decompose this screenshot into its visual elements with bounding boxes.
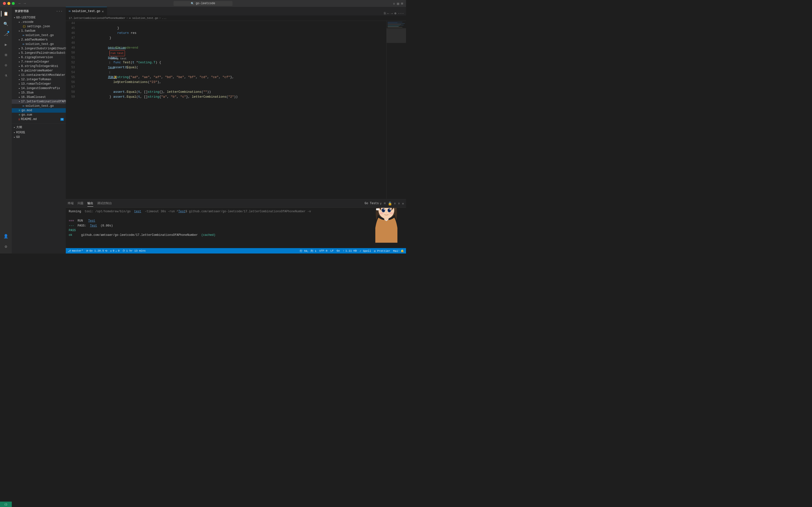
status-size[interactable]: ↑ 1.11 KB bbox=[343, 249, 357, 252]
sidebar-item-palindromic[interactable]: ▸ 5.longestPalindromicSubstring bbox=[12, 51, 66, 55]
sync-icon: ⟲ bbox=[105, 249, 107, 252]
sidebar-item-addtwo-sol[interactable]: ∞ solution_test.go bbox=[12, 42, 66, 46]
grid-icon[interactable]: ⊞ bbox=[401, 1, 403, 6]
sidebar-item-zigzag[interactable]: ▸ 6.zigzagConversion bbox=[12, 55, 66, 60]
split-editor-icon[interactable]: ⎒ bbox=[393, 1, 395, 5]
tab-problems[interactable]: 问题 bbox=[77, 200, 84, 207]
split-editor-icon[interactable]: ⎘ bbox=[384, 11, 386, 15]
tab-solution-test[interactable]: ∞ solution_test.go ✕ bbox=[66, 7, 107, 15]
editor-history-back-icon[interactable]: ← bbox=[387, 11, 389, 15]
sidebar-item-extra[interactable]: ⚗ bbox=[1, 71, 11, 80]
terminal-ok-line: ok github.com/amtoaer/go-leetcode/17.let… bbox=[69, 233, 403, 237]
sidebar-item-reverse[interactable]: ▸ 7.reverseInteger bbox=[12, 60, 66, 64]
run-test-button[interactable]: run test bbox=[109, 50, 125, 56]
sidebar-timeline[interactable]: ▸ 时间线 bbox=[12, 130, 66, 135]
sidebar-item-settings[interactable]: ⚙ bbox=[1, 242, 11, 251]
sidebar-item-readme[interactable]: ℹ README.md U bbox=[12, 117, 66, 121]
status-spell[interactable]: ✓ Spell bbox=[360, 249, 371, 252]
status-go-version[interactable]: ⟳ Go 1.20.5 ⟲ bbox=[86, 249, 107, 252]
back-button[interactable]: ← bbox=[19, 1, 20, 5]
status-prettier[interactable]: ◎ Prettier bbox=[374, 249, 390, 252]
sidebar-item-longestcommon[interactable]: ▸ 14.longestCommonPrefix bbox=[12, 86, 66, 91]
minimap-line bbox=[388, 24, 401, 24]
sidebar-item-romantoint[interactable]: ▸ 13.romanToInteger bbox=[12, 82, 66, 86]
breadcrumb-func[interactable]: ... bbox=[162, 17, 167, 20]
line-num-47: 47 bbox=[66, 36, 75, 41]
terminal-filter-icon[interactable]: ≡ bbox=[384, 202, 386, 206]
code-lines[interactable]: } return res } bbox=[77, 21, 386, 199]
panel-dropdown-icon[interactable]: ∨ bbox=[380, 202, 382, 206]
sidebar-item-lettercomb[interactable]: ▾ 17.letterCombinationsOfAPhoneNumber bbox=[12, 99, 66, 104]
editor-more-icon[interactable]: ··· bbox=[398, 11, 404, 15]
editor-main: 44 45 46 47 48 49 50 51 52 53 54 55 bbox=[66, 21, 386, 199]
breadcrumb-folder[interactable]: 17.letterCombinationsOfAPhoneNumber bbox=[69, 17, 125, 20]
terminal-maximize-icon[interactable]: ⬆ bbox=[394, 202, 396, 206]
terminal-content[interactable]: Running tool: /opt/homebrew/bin/go test … bbox=[66, 208, 406, 248]
status-errors[interactable]: ✕ 0 ⚠ 0 bbox=[110, 249, 119, 252]
editor-history-fwd-icon[interactable]: → bbox=[391, 11, 393, 15]
container-chevron-icon: ▸ bbox=[19, 74, 20, 76]
sidebar-item-source-control[interactable]: ⎇ 1 bbox=[1, 30, 11, 39]
status-encoding[interactable]: UTF-8 bbox=[319, 249, 327, 252]
sidebar-outline[interactable]: ▸ 大纲 bbox=[12, 125, 66, 130]
minimize-window-button[interactable] bbox=[7, 2, 10, 5]
sidebar-item-palindrome-num[interactable]: ▸ 9.palindromeNumber bbox=[12, 68, 66, 73]
sidebar-item-gosum[interactable]: ≡ go.sum bbox=[12, 113, 66, 117]
code-line-50: func Test(t *testing.T) { bbox=[79, 50, 386, 55]
line-num-49: 49 bbox=[66, 45, 75, 50]
sidebar-item-vscode[interactable]: ▸ .vscode bbox=[12, 20, 66, 24]
status-mai[interactable]: Mai♡ 🔔 bbox=[393, 249, 404, 252]
sidebar-title: 资源管理器 bbox=[15, 9, 29, 13]
tab-label: solution_test.go bbox=[72, 10, 100, 13]
sidebar-item-label: 11.containerWithMostWater bbox=[21, 73, 65, 77]
tab-debug-console[interactable]: 调试控制台 bbox=[97, 200, 112, 207]
sidebar-item-remote[interactable]: ⊙ bbox=[1, 60, 11, 70]
search-bar[interactable]: 🔍 go-leetcode bbox=[173, 1, 232, 6]
sidebar-item-longest[interactable]: ▸ 3.longestSubstringWithoutRepeatingChar… bbox=[12, 46, 66, 51]
upload-icon: ↑ bbox=[343, 249, 344, 252]
sidebar-item-container[interactable]: ▸ 11.containerWithMostWater bbox=[12, 73, 66, 77]
sidebar-item-label: 2.addTwoNumbers bbox=[21, 38, 48, 42]
sidebar-item-account[interactable]: 👤 bbox=[1, 231, 11, 241]
sidebar-item-explorer[interactable]: 📋 bbox=[1, 9, 11, 19]
sidebar-item-settings[interactable]: {} settings.json bbox=[12, 24, 66, 29]
sidebar-item-label: go.mod bbox=[21, 109, 32, 112]
sidebar-item-addtwo[interactable]: ▸ 2.addTwoNumbers bbox=[12, 38, 66, 42]
terminal-minimize-icon[interactable]: ⬇ bbox=[398, 202, 400, 206]
forward-button[interactable]: → bbox=[23, 1, 25, 5]
status-line-ending[interactable]: LF bbox=[330, 249, 334, 252]
code-editor[interactable]: 44 45 46 47 48 49 50 51 52 53 54 55 bbox=[66, 21, 386, 199]
tab-close-button[interactable]: ✕ bbox=[102, 9, 104, 13]
sidebar-more-button[interactable]: ··· bbox=[56, 9, 63, 13]
sidebar-item-inttoroman[interactable]: ▸ 12.integerToRoman bbox=[12, 77, 66, 82]
tab-output[interactable]: 输出 bbox=[88, 200, 93, 207]
status-position[interactable]: 行 59, 列 1 bbox=[300, 249, 316, 253]
sidebar-go[interactable]: ▸ GO bbox=[12, 135, 66, 139]
editor-open-changes-icon[interactable]: ⊕ bbox=[394, 11, 396, 15]
status-branch[interactable]: ⎇ master* bbox=[68, 249, 83, 252]
sidebar-item-twosum[interactable]: ▸ 1.twoSum bbox=[12, 29, 66, 33]
search-icon: 🔍 bbox=[3, 21, 8, 26]
maximize-window-button[interactable] bbox=[12, 2, 15, 5]
layout-icon[interactable]: ▤ bbox=[397, 1, 399, 6]
tab-terminal[interactable]: 终端 bbox=[68, 200, 74, 207]
sidebar-item-strtoint[interactable]: ▸ 8.stringToIntegerAtoi bbox=[12, 64, 66, 68]
terminal-close-icon[interactable]: ✕ bbox=[402, 202, 404, 206]
sidebar-item-gomod[interactable]: ≡ go.mod bbox=[12, 108, 66, 113]
main-layout: 📋 🔍 ⎇ 1 ▶ ⊞ ⊙ ⚗ 👤 ⚙ bbox=[0, 7, 406, 253]
close-window-button[interactable] bbox=[3, 2, 6, 5]
sidebar-item-3sumclosest[interactable]: ▸ 16.3SumClosest bbox=[12, 95, 66, 99]
breadcrumb-file[interactable]: ∞ solution_test.go bbox=[129, 17, 158, 20]
sidebar-item-extensions[interactable]: ⊞ bbox=[1, 50, 11, 60]
root-folder[interactable]: ▾ GO-LEETCODE bbox=[12, 15, 66, 20]
status-time[interactable]: ⏱ 1 hr 13 mins bbox=[122, 249, 146, 252]
terminal-lock-icon[interactable]: 🔒 bbox=[388, 202, 392, 206]
sidebar-item-search[interactable]: 🔍 bbox=[1, 19, 11, 29]
minimap-line bbox=[388, 22, 402, 22]
sidebar-item-twosum-sol[interactable]: ∞ solution_test.go bbox=[12, 33, 66, 38]
sidebar-item-3sum[interactable]: ▸ 15.3Sum bbox=[12, 91, 66, 95]
status-language[interactable]: Go bbox=[336, 249, 340, 252]
sidebar-item-label: 17.letterCombinationsOfAPhoneNumber bbox=[21, 100, 66, 103]
sidebar-item-debug[interactable]: ▶ bbox=[1, 40, 11, 50]
sidebar-item-lettercomb-sol[interactable]: ∞ solution_test.go bbox=[12, 104, 66, 108]
